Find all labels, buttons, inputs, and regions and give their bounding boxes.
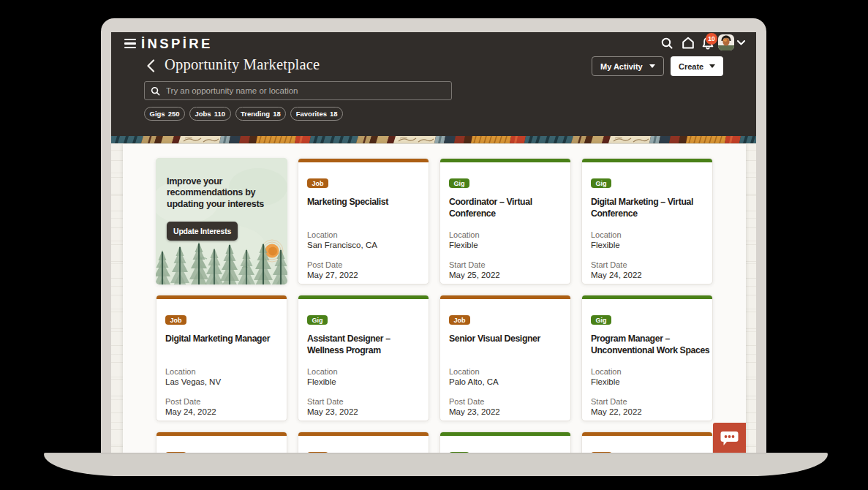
chat-button[interactable] (713, 423, 746, 454)
opportunity-search-box (144, 81, 452, 100)
card-type-badge: Gig (307, 315, 328, 325)
card-location-value: Palo Alto, CA (449, 377, 562, 387)
notification-count-badge: 10 (706, 33, 717, 45)
promo-card: Improve your recommendations by updating… (156, 158, 287, 284)
my-activity-caret-icon (649, 64, 655, 68)
card-date-label: Post Date (449, 397, 562, 407)
create-button[interactable]: Create (671, 56, 723, 76)
card-type-badge: Gig (449, 178, 469, 188)
menu-icon[interactable] (124, 39, 136, 48)
card-date-value: May 27, 2022 (307, 271, 420, 280)
card-location-value: San Francisco, CA (307, 241, 420, 250)
card-date-label: Start Date (307, 397, 420, 407)
card-title: Assistant Designer – Wellness Program (307, 333, 427, 357)
search-input[interactable] (166, 86, 445, 95)
content-panel: Improve your recommendations by updating… (123, 144, 746, 454)
filter-chip-label: Favorites (296, 110, 327, 118)
create-caret-icon (709, 64, 715, 68)
card-date-value: May 23, 2022 (307, 407, 420, 417)
opportunity-card[interactable]: Job Senior Visual Designer Location Palo… (439, 295, 571, 421)
card-date-value: May 23, 2022 (449, 407, 562, 417)
opportunity-grid: Improve your recommendations by updating… (156, 158, 713, 454)
opportunity-card-partial[interactable]: Job (581, 431, 713, 454)
user-avatar[interactable] (718, 34, 734, 50)
card-date-value: May 24, 2022 (591, 271, 703, 280)
home-icon[interactable] (681, 36, 695, 50)
card-location-value: Flexible (591, 241, 703, 250)
opportunity-card-partial[interactable]: Job (298, 431, 429, 454)
search-icon[interactable] (660, 36, 674, 50)
card-date-label: Start Date (449, 260, 562, 270)
card-location-value: Flexible (307, 377, 420, 387)
card-date-value: May 25, 2022 (449, 271, 562, 280)
card-location-label: Location (449, 230, 562, 240)
card-location-value: Flexible (591, 377, 703, 387)
card-type-badge: Job (165, 315, 186, 325)
opportunity-card[interactable]: Job Marketing Specialist Location San Fr… (298, 158, 429, 284)
opportunity-card-partial[interactable]: Gig (439, 431, 571, 454)
card-date-label: Start Date (591, 397, 703, 407)
my-activity-button[interactable]: My Activity (592, 56, 664, 76)
app-logo: İNSPİRE (141, 34, 213, 53)
card-type-badge: Job (449, 315, 470, 325)
card-title: Digital Marketing – Virtual Conference (591, 196, 711, 220)
promo-message: Improve your recommendations by updating… (167, 176, 276, 210)
card-location-value: Flexible (449, 241, 562, 250)
back-icon[interactable] (146, 59, 155, 72)
create-label: Create (679, 62, 703, 71)
card-title: Digital Marketing Manager (165, 333, 285, 357)
page-title: Opportunity Marketplace (165, 56, 320, 73)
filter-chip-label: Jobs (195, 110, 211, 118)
app-screen: İNSPİRE 10 (111, 32, 756, 454)
filter-chip-count: 18 (330, 110, 338, 118)
filter-chip-jobs[interactable]: Jobs 110 (189, 107, 231, 121)
card-title: Senior Visual Designer (449, 333, 569, 357)
opportunity-card[interactable]: Job Digital Marketing Manager Location L… (156, 295, 287, 421)
laptop-mockup: İNSPİRE 10 (0, 0, 868, 490)
card-date-value: May 24, 2022 (165, 407, 278, 417)
card-location-label: Location (165, 367, 278, 377)
update-interests-button[interactable]: Update Interests (167, 222, 238, 241)
my-activity-label: My Activity (600, 62, 643, 71)
card-title: Marketing Specialist (307, 196, 427, 220)
opportunity-card[interactable]: Gig Assistant Designer – Wellness Progra… (298, 295, 429, 421)
card-date-label: Start Date (591, 260, 703, 270)
filter-chips: Gigs 250 Jobs 110 Trending 18 Favorites … (144, 107, 343, 121)
card-location-label: Location (591, 367, 703, 377)
filter-chip-label: Trending (241, 110, 270, 118)
filter-chip-count: 110 (214, 110, 225, 118)
card-type-badge: Job (307, 178, 328, 188)
card-location-label: Location (449, 367, 562, 377)
card-location-label: Location (307, 230, 420, 240)
filter-chip-label: Gigs (150, 110, 165, 118)
decorative-banner (111, 136, 756, 143)
card-date-label: Post Date (165, 397, 278, 407)
card-location-label: Location (307, 367, 420, 377)
card-location-label: Location (591, 230, 703, 240)
card-type-badge: Gig (591, 315, 611, 325)
card-date-value: May 22, 2022 (591, 407, 703, 417)
filter-chip-count: 18 (273, 110, 281, 118)
chat-bubble-icon (720, 430, 739, 448)
filter-chip-favorites[interactable]: Favorites 18 (290, 107, 343, 121)
laptop-screen-bezel: İNSPİRE 10 (101, 18, 766, 454)
card-title: Program Manager – Unconventional Work Sp… (591, 333, 711, 357)
user-menu-chevron-icon[interactable] (737, 40, 745, 45)
card-location-value: Las Vegas, NV (165, 377, 278, 387)
opportunity-card[interactable]: Gig Digital Marketing – Virtual Conferen… (581, 158, 713, 284)
card-title: Coordinator – Virtual Conference (449, 196, 569, 220)
card-date-label: Post Date (307, 260, 420, 270)
filter-chip-gigs[interactable]: Gigs 250 (144, 107, 185, 121)
card-type-badge: Gig (591, 178, 611, 188)
opportunity-card-partial[interactable]: Job (156, 431, 287, 454)
opportunity-card[interactable]: Gig Coordinator – Virtual Conference Loc… (439, 158, 571, 284)
opportunity-card[interactable]: Gig Program Manager – Unconventional Wor… (581, 295, 713, 421)
search-input-icon (151, 86, 160, 96)
filter-chip-trending[interactable]: Trending 18 (235, 107, 287, 121)
filter-chip-count: 250 (168, 110, 180, 118)
laptop-base (44, 453, 828, 476)
